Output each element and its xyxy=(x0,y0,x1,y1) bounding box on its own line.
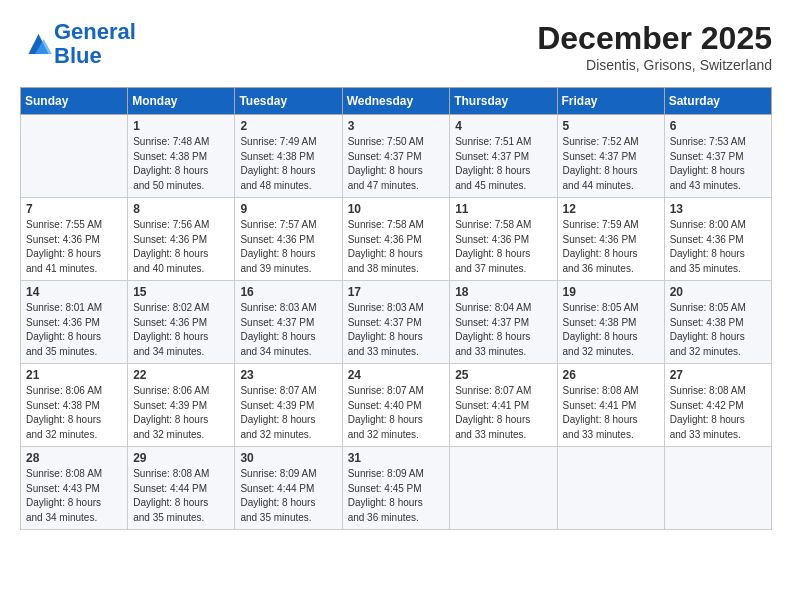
weekday-monday: Monday xyxy=(128,88,235,115)
calendar-cell xyxy=(664,447,771,530)
day-number: 17 xyxy=(348,285,445,299)
page: General Blue December 2025 Disentis, Gri… xyxy=(0,0,792,540)
day-info: Sunrise: 7:55 AM Sunset: 4:36 PM Dayligh… xyxy=(26,218,122,276)
calendar-cell: 21Sunrise: 8:06 AM Sunset: 4:38 PM Dayli… xyxy=(21,364,128,447)
logo-blue: Blue xyxy=(54,43,102,68)
calendar-cell: 6Sunrise: 7:53 AM Sunset: 4:37 PM Daylig… xyxy=(664,115,771,198)
day-info: Sunrise: 8:08 AM Sunset: 4:41 PM Dayligh… xyxy=(563,384,659,442)
day-info: Sunrise: 8:06 AM Sunset: 4:38 PM Dayligh… xyxy=(26,384,122,442)
day-number: 23 xyxy=(240,368,336,382)
day-number: 22 xyxy=(133,368,229,382)
day-info: Sunrise: 8:08 AM Sunset: 4:44 PM Dayligh… xyxy=(133,467,229,525)
week-row-2: 7Sunrise: 7:55 AM Sunset: 4:36 PM Daylig… xyxy=(21,198,772,281)
day-number: 27 xyxy=(670,368,766,382)
day-info: Sunrise: 8:07 AM Sunset: 4:41 PM Dayligh… xyxy=(455,384,551,442)
day-number: 26 xyxy=(563,368,659,382)
week-row-1: 1Sunrise: 7:48 AM Sunset: 4:38 PM Daylig… xyxy=(21,115,772,198)
calendar-cell: 17Sunrise: 8:03 AM Sunset: 4:37 PM Dayli… xyxy=(342,281,450,364)
day-info: Sunrise: 8:03 AM Sunset: 4:37 PM Dayligh… xyxy=(240,301,336,359)
calendar-cell: 11Sunrise: 7:58 AM Sunset: 4:36 PM Dayli… xyxy=(450,198,557,281)
weekday-friday: Friday xyxy=(557,88,664,115)
logo: General Blue xyxy=(20,20,136,68)
day-number: 8 xyxy=(133,202,229,216)
calendar-cell: 3Sunrise: 7:50 AM Sunset: 4:37 PM Daylig… xyxy=(342,115,450,198)
calendar-cell: 16Sunrise: 8:03 AM Sunset: 4:37 PM Dayli… xyxy=(235,281,342,364)
day-number: 25 xyxy=(455,368,551,382)
calendar-cell: 12Sunrise: 7:59 AM Sunset: 4:36 PM Dayli… xyxy=(557,198,664,281)
logo-general: General xyxy=(54,19,136,44)
calendar-cell: 18Sunrise: 8:04 AM Sunset: 4:37 PM Dayli… xyxy=(450,281,557,364)
day-number: 21 xyxy=(26,368,122,382)
calendar-cell: 27Sunrise: 8:08 AM Sunset: 4:42 PM Dayli… xyxy=(664,364,771,447)
logo-text: General Blue xyxy=(54,20,136,68)
day-number: 6 xyxy=(670,119,766,133)
day-number: 7 xyxy=(26,202,122,216)
day-number: 30 xyxy=(240,451,336,465)
day-info: Sunrise: 8:07 AM Sunset: 4:40 PM Dayligh… xyxy=(348,384,445,442)
month-title: December 2025 xyxy=(537,20,772,57)
day-info: Sunrise: 8:09 AM Sunset: 4:44 PM Dayligh… xyxy=(240,467,336,525)
day-number: 1 xyxy=(133,119,229,133)
calendar-cell: 22Sunrise: 8:06 AM Sunset: 4:39 PM Dayli… xyxy=(128,364,235,447)
calendar-cell: 10Sunrise: 7:58 AM Sunset: 4:36 PM Dayli… xyxy=(342,198,450,281)
calendar-cell xyxy=(557,447,664,530)
day-info: Sunrise: 7:49 AM Sunset: 4:38 PM Dayligh… xyxy=(240,135,336,193)
day-number: 5 xyxy=(563,119,659,133)
day-info: Sunrise: 8:03 AM Sunset: 4:37 PM Dayligh… xyxy=(348,301,445,359)
day-number: 19 xyxy=(563,285,659,299)
day-info: Sunrise: 7:57 AM Sunset: 4:36 PM Dayligh… xyxy=(240,218,336,276)
day-info: Sunrise: 8:08 AM Sunset: 4:42 PM Dayligh… xyxy=(670,384,766,442)
calendar-cell: 1Sunrise: 7:48 AM Sunset: 4:38 PM Daylig… xyxy=(128,115,235,198)
day-info: Sunrise: 7:58 AM Sunset: 4:36 PM Dayligh… xyxy=(348,218,445,276)
weekday-saturday: Saturday xyxy=(664,88,771,115)
calendar-cell: 30Sunrise: 8:09 AM Sunset: 4:44 PM Dayli… xyxy=(235,447,342,530)
day-number: 12 xyxy=(563,202,659,216)
day-info: Sunrise: 7:51 AM Sunset: 4:37 PM Dayligh… xyxy=(455,135,551,193)
weekday-header-row: SundayMondayTuesdayWednesdayThursdayFrid… xyxy=(21,88,772,115)
day-info: Sunrise: 7:58 AM Sunset: 4:36 PM Dayligh… xyxy=(455,218,551,276)
calendar-cell: 4Sunrise: 7:51 AM Sunset: 4:37 PM Daylig… xyxy=(450,115,557,198)
calendar-cell: 13Sunrise: 8:00 AM Sunset: 4:36 PM Dayli… xyxy=(664,198,771,281)
day-info: Sunrise: 8:06 AM Sunset: 4:39 PM Dayligh… xyxy=(133,384,229,442)
day-number: 10 xyxy=(348,202,445,216)
day-number: 14 xyxy=(26,285,122,299)
weekday-sunday: Sunday xyxy=(21,88,128,115)
calendar-cell: 5Sunrise: 7:52 AM Sunset: 4:37 PM Daylig… xyxy=(557,115,664,198)
location-subtitle: Disentis, Grisons, Switzerland xyxy=(537,57,772,73)
calendar-cell xyxy=(21,115,128,198)
calendar-cell: 28Sunrise: 8:08 AM Sunset: 4:43 PM Dayli… xyxy=(21,447,128,530)
calendar-cell: 8Sunrise: 7:56 AM Sunset: 4:36 PM Daylig… xyxy=(128,198,235,281)
calendar-cell: 25Sunrise: 8:07 AM Sunset: 4:41 PM Dayli… xyxy=(450,364,557,447)
calendar-cell: 9Sunrise: 7:57 AM Sunset: 4:36 PM Daylig… xyxy=(235,198,342,281)
header: General Blue December 2025 Disentis, Gri… xyxy=(20,20,772,73)
calendar-cell: 24Sunrise: 8:07 AM Sunset: 4:40 PM Dayli… xyxy=(342,364,450,447)
day-info: Sunrise: 7:56 AM Sunset: 4:36 PM Dayligh… xyxy=(133,218,229,276)
day-info: Sunrise: 8:01 AM Sunset: 4:36 PM Dayligh… xyxy=(26,301,122,359)
weekday-thursday: Thursday xyxy=(450,88,557,115)
day-info: Sunrise: 8:04 AM Sunset: 4:37 PM Dayligh… xyxy=(455,301,551,359)
day-number: 15 xyxy=(133,285,229,299)
day-info: Sunrise: 8:02 AM Sunset: 4:36 PM Dayligh… xyxy=(133,301,229,359)
calendar-cell: 26Sunrise: 8:08 AM Sunset: 4:41 PM Dayli… xyxy=(557,364,664,447)
week-row-4: 21Sunrise: 8:06 AM Sunset: 4:38 PM Dayli… xyxy=(21,364,772,447)
calendar-cell: 31Sunrise: 8:09 AM Sunset: 4:45 PM Dayli… xyxy=(342,447,450,530)
day-info: Sunrise: 7:59 AM Sunset: 4:36 PM Dayligh… xyxy=(563,218,659,276)
calendar-cell: 7Sunrise: 7:55 AM Sunset: 4:36 PM Daylig… xyxy=(21,198,128,281)
day-number: 4 xyxy=(455,119,551,133)
calendar-cell: 19Sunrise: 8:05 AM Sunset: 4:38 PM Dayli… xyxy=(557,281,664,364)
week-row-5: 28Sunrise: 8:08 AM Sunset: 4:43 PM Dayli… xyxy=(21,447,772,530)
day-info: Sunrise: 8:08 AM Sunset: 4:43 PM Dayligh… xyxy=(26,467,122,525)
day-info: Sunrise: 7:52 AM Sunset: 4:37 PM Dayligh… xyxy=(563,135,659,193)
calendar-cell: 23Sunrise: 8:07 AM Sunset: 4:39 PM Dayli… xyxy=(235,364,342,447)
calendar-cell xyxy=(450,447,557,530)
day-info: Sunrise: 8:05 AM Sunset: 4:38 PM Dayligh… xyxy=(563,301,659,359)
weekday-wednesday: Wednesday xyxy=(342,88,450,115)
day-info: Sunrise: 8:07 AM Sunset: 4:39 PM Dayligh… xyxy=(240,384,336,442)
week-row-3: 14Sunrise: 8:01 AM Sunset: 4:36 PM Dayli… xyxy=(21,281,772,364)
day-number: 2 xyxy=(240,119,336,133)
day-info: Sunrise: 7:53 AM Sunset: 4:37 PM Dayligh… xyxy=(670,135,766,193)
day-number: 29 xyxy=(133,451,229,465)
day-number: 18 xyxy=(455,285,551,299)
day-number: 31 xyxy=(348,451,445,465)
title-block: December 2025 Disentis, Grisons, Switzer… xyxy=(537,20,772,73)
